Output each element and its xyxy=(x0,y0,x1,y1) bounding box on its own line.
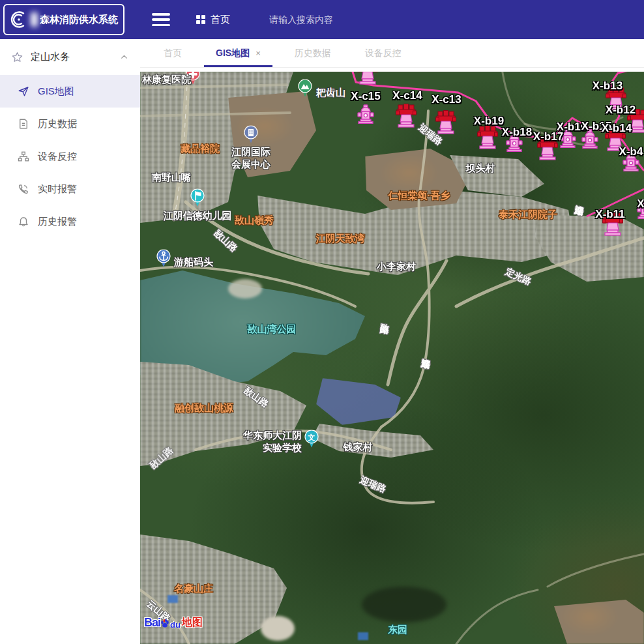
nav-home-label: 首页 xyxy=(211,14,230,26)
hydrant-label: X-b13 xyxy=(593,80,622,93)
tab-label: GIS地图 xyxy=(216,48,250,59)
place-label: 小李家村 xyxy=(377,261,416,273)
app-logo: 森林消防供水系统 xyxy=(3,4,124,35)
chevron-up-icon[interactable] xyxy=(120,53,128,61)
app-header: 森林消防供水系统 首页 xyxy=(0,0,644,39)
place-label: 泰禾江阴院子 xyxy=(499,209,557,221)
tab-首页[interactable]: 首页 xyxy=(147,39,199,67)
baidu-logo-bai: Bai xyxy=(144,616,160,630)
fire-hydrant-marker-X-c13[interactable] xyxy=(435,110,456,138)
star-icon xyxy=(12,51,23,63)
tab-label: 设备反控 xyxy=(365,48,402,59)
gis-map[interactable]: X-c15X-c14X-c13X-b19X-b18X-b17X-b16X-b15… xyxy=(140,72,644,644)
hydrant-label: X-b12 xyxy=(606,104,636,117)
tab-close-icon[interactable]: × xyxy=(256,48,261,58)
poi-label: 耙齿山 xyxy=(316,86,345,98)
fire-hydrant-marker-X-c14[interactable] xyxy=(396,104,417,131)
place-label: 钱家村 xyxy=(344,441,373,454)
baidu-maps-logo: Bai du 地图 xyxy=(144,616,203,630)
sonar-logo-icon xyxy=(10,10,29,29)
poi-label: 林康复医院 xyxy=(142,73,191,85)
baidu-logo-du: du xyxy=(170,620,181,630)
place-label: 南野山嘴 xyxy=(152,171,191,184)
redacted-text xyxy=(31,12,38,27)
tab-label: 首页 xyxy=(164,48,182,59)
hydrant-label: X-c14 xyxy=(392,89,422,102)
sidebar-item-设备反控[interactable]: 设备反控 xyxy=(0,140,140,173)
hydrant-label: X-b4 xyxy=(619,145,643,158)
poi-label: 江阴国际会展中心 xyxy=(231,145,271,170)
nav-home[interactable]: 首页 xyxy=(196,14,230,26)
tab-历史数据[interactable]: 历史数据 xyxy=(278,39,348,67)
hydrant-label: X-c13 xyxy=(432,93,461,106)
place-label: 坝头村 xyxy=(466,162,495,175)
bell-icon xyxy=(18,216,29,227)
tab-GIS地图[interactable]: GIS地图× xyxy=(199,39,278,67)
mountain-marker[interactable] xyxy=(298,79,312,100)
baidu-paw-icon xyxy=(160,619,170,629)
hamburger-menu-icon[interactable] xyxy=(152,13,170,26)
sidebar-item-label: GIS地图 xyxy=(38,85,74,98)
sidebar-menu: GIS地图历史数据设备反控实时报警历史报警 xyxy=(0,75,140,238)
baidu-logo-map-text: 地图 xyxy=(182,616,203,630)
place-label: 名豪山庄 xyxy=(174,583,213,595)
search-input[interactable] xyxy=(269,14,426,25)
phone-icon xyxy=(18,183,29,195)
place-label: 敔山嶺秀 xyxy=(235,214,274,227)
sidebar-group-dingshan[interactable]: 定山水务 xyxy=(0,39,140,75)
hydrant-label: X-b14 xyxy=(602,122,632,135)
svg-text:文: 文 xyxy=(308,433,315,441)
document-icon xyxy=(18,118,29,130)
tab-bar: 首页GIS地图×历史数据设备反控 xyxy=(140,39,644,68)
sidebar-item-label: 设备反控 xyxy=(38,151,77,163)
tab-label: 历史数据 xyxy=(295,48,331,59)
poi-label: 江阴信德幼儿园 xyxy=(164,209,232,222)
sidebar: 定山水务 GIS地图历史数据设备反控实时报警历史报警 xyxy=(0,39,140,644)
anchor-marker[interactable] xyxy=(156,249,171,270)
sitemap-icon xyxy=(18,151,29,162)
sidebar-item-GIS地图[interactable]: GIS地图 xyxy=(0,75,140,108)
roads-and-pipeline xyxy=(140,72,644,644)
sidebar-item-label: 历史报警 xyxy=(38,216,77,228)
grid-icon xyxy=(196,15,205,24)
tab-设备反控[interactable]: 设备反控 xyxy=(348,39,418,67)
sidebar-item-历史数据[interactable]: 历史数据 xyxy=(0,108,140,140)
poi-label: 游船码头 xyxy=(174,256,213,268)
hydrant-label: X-c15 xyxy=(351,90,380,103)
hydrant-label: X-b11 xyxy=(595,208,624,221)
hydrant-label: X-b18 xyxy=(502,126,532,139)
fire-hydrant-marker-X-c15[interactable] xyxy=(357,104,374,126)
fire-hydrant-marker[interactable] xyxy=(357,72,378,88)
place-label: 敔山湾公园 xyxy=(248,323,297,336)
main-content: 首页GIS地图×历史数据设备反控 xyxy=(140,39,644,644)
place-label: 融创敔山桃源 xyxy=(175,402,233,415)
poi-label: 华东师大江阴实验学校 xyxy=(243,429,302,454)
sidebar-group-label: 定山水务 xyxy=(31,51,120,63)
building-marker[interactable] xyxy=(244,125,258,146)
school-marker[interactable]: 文 xyxy=(304,430,319,450)
hydrant-label: X xyxy=(637,198,644,211)
sidebar-item-label: 历史数据 xyxy=(38,118,77,130)
app-title: 森林消防供水系统 xyxy=(40,14,118,26)
sidebar-item-历史报警[interactable]: 历史报警 xyxy=(0,205,140,238)
sidebar-item-实时报警[interactable]: 实时报警 xyxy=(0,173,140,205)
place-label: 东园 xyxy=(388,624,407,636)
kindergarten-marker[interactable] xyxy=(190,188,205,209)
place-label: 仁恒棠颂·吾乡 xyxy=(388,190,450,202)
send-icon xyxy=(18,85,29,97)
sidebar-item-label: 实时报警 xyxy=(38,183,77,196)
hydrant-label: X-b19 xyxy=(474,115,504,128)
place-label: 藏品裕院 xyxy=(181,143,220,155)
fire-hydrant-marker-X-b19[interactable] xyxy=(477,125,498,153)
place-label: 江阴天敔湾 xyxy=(316,233,365,245)
